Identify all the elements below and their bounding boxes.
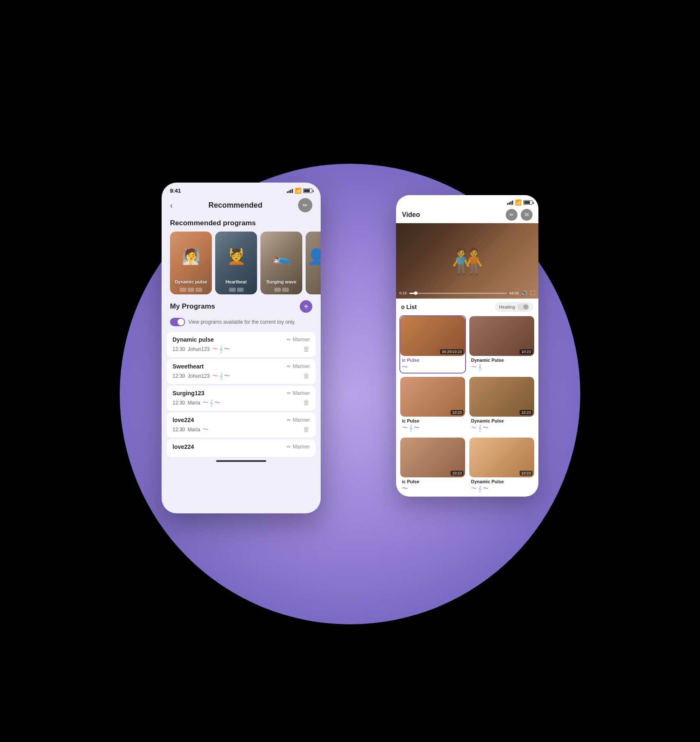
wave-blue-v4: 𝄞 [478,425,481,432]
prog4-details: 12:30 Maria 〜 🗑 [172,426,310,433]
video-title-v6: Dynamic Pulse [471,479,533,484]
prog1-author: Mariner [293,337,310,343]
card-dot-1b: 𝄞 [188,288,194,292]
battery-fill-front [304,189,310,192]
volume-icon[interactable]: 🔊 [521,290,528,296]
rec-card-heartbeat[interactable]: 💆 Heartbeat 〜 𝄞 [215,232,257,294]
prog3-details: 12:30 Maria 〜 𝄞 〜 🗑 [172,399,310,407]
prog2-edit-icon[interactable]: ✏ [287,363,291,369]
prog2-author: Mariner [293,363,310,369]
card-dot-2b: 𝄞 [237,288,244,292]
prog3-edit-icon[interactable]: ✏ [287,390,291,396]
prog2-user: Johun123 [188,373,210,379]
rec-card-partial[interactable]: 👤 [306,232,321,294]
signal-bar-f2 [288,191,290,193]
prog3-delete[interactable]: 🗑 [303,399,310,407]
prog2-meta: ✏ Mariner [287,363,310,369]
wifi-icon-front: 📶 [295,188,301,194]
card-dot-2a: 〜 [229,288,236,292]
prog1-waves: 〜 𝄞 〜 [212,345,230,353]
phone-back: 📶 Video ✏ ✉ 🧑‍🤝‍🧑 0:19 [396,195,538,497]
prog4-meta: ✏ Mariner [287,417,310,423]
signal-bar-4 [512,201,513,205]
video-info-v3: ic Pulse 〜 𝄞 〜 [400,417,465,433]
prog4-edit-icon[interactable]: ✏ [287,417,291,423]
prog2-time: 12:30 [172,373,185,379]
program-filter-toggle[interactable] [170,318,185,326]
prog5-header: love224 ✏ Mariner [172,443,310,450]
back-nav: Video ✏ ✉ [396,207,538,223]
fullscreen-icon[interactable]: ⛶ [530,290,535,296]
card-person-3: 🛌 [260,232,302,282]
video-thumb-v3: 10:23 [400,377,465,417]
wave-purple-v5: 〜 [402,485,408,492]
video-current-time: 0:19 [399,291,407,295]
toggle-label: View programs available for the current … [188,319,296,325]
rec-programs-list: 🧖 Dynamic pulse 〜 𝄞 〜 💆 Heartbeat [162,232,321,294]
video-title-v3: ic Pulse [402,418,463,423]
signal-bars-front [287,189,293,193]
heating-knob [523,304,528,309]
rec-card-dynamic-pulse[interactable]: 🧖 Dynamic pulse 〜 𝄞 〜 [170,232,212,294]
prog1-meta: ✏ Mariner [287,337,310,343]
video-controls: 0:19 44:26 🔊 ⛶ [399,290,535,296]
video-item-v2[interactable]: 10:23 Dynamic Pulse 〜 𝄞 [468,315,535,374]
program-item-5: love224 ✏ Mariner [167,439,316,457]
card-label-3: Surging wave [260,279,302,284]
prog2-details: 12:30 Johun123 〜 𝄞 〜 🗑 [172,372,310,380]
rec-card-surging-wave[interactable]: 🛌 Surging wave 〜 〜 [260,232,302,294]
prog4-author: Mariner [293,417,310,423]
prog2-delete[interactable]: 🗑 [303,372,310,380]
prog3-header: Surging123 ✏ Mariner [172,390,310,397]
progress-thumb [414,291,417,295]
edit-icon-btn[interactable]: ✏ [506,209,517,221]
my-programs-title: My Programs [170,302,215,311]
my-programs-header: My Programs + [162,294,321,316]
video-info-v4: Dynamic Pulse 〜 𝄞 〜 [469,417,534,433]
message-icon-btn[interactable]: ✉ [521,209,533,221]
heating-label: Heating [499,304,515,309]
prog1-edit-icon[interactable]: ✏ [287,337,291,343]
video-item-v4[interactable]: 10:23 Dynamic Pulse 〜 𝄞 〜 [468,376,535,434]
video-info-v6: Dynamic Pulse 〜 𝄞 〜 [469,477,534,494]
add-program-button[interactable]: + [300,300,312,313]
battery-icon-front [303,188,312,193]
prog5-edit-icon[interactable]: ✏ [287,444,291,450]
wave-pink-v6: 〜 [471,485,477,492]
video-item-v5[interactable]: 10:23 ic Pulse 〜 [399,437,466,495]
wave-blue-v6: 𝄞 [478,485,481,492]
phones-wrapper: 📶 Video ✏ ✉ 🧑‍🤝‍🧑 0:19 [162,183,538,559]
wave-pu1: 〜 [224,345,230,353]
video-title-v4: Dynamic Pulse [471,418,533,423]
back-button[interactable]: ‹ [170,201,173,210]
back-phone-title: Video [402,211,420,219]
person-figure-3: 🛌 [272,248,291,265]
video-item-v6[interactable]: 10:23 Dynamic Pulse 〜 𝄞 〜 [468,437,535,495]
heating-toggle[interactable]: Heating [495,302,533,312]
video-thumb-v6: 10:23 [469,438,534,477]
prog5-meta: ✏ Mariner [287,444,310,450]
prog4-delete[interactable]: 🗑 [303,426,310,433]
progress-bar[interactable] [409,293,507,294]
prog5-author: Mariner [293,444,310,450]
video-item-v1[interactable]: 00:25/10:23 ic Pulse 〜 [399,315,466,374]
front-nav-title: Recommended [208,201,262,210]
wave-p4: 〜 [203,426,208,433]
video-item-v3[interactable]: 10:23 ic Pulse 〜 𝄞 〜 [399,376,466,434]
prog3-waves: 〜 𝄞 〜 [203,399,220,407]
signal-bar-f1 [287,191,288,193]
program-item-3: Surging123 ✏ Mariner 12:30 Maria 〜 𝄞 〜 [167,386,316,411]
video-player[interactable]: 🧑‍🤝‍🧑 0:19 44:26 🔊 ⛶ [396,223,538,299]
program-item-4: love224 ✏ Mariner 12:30 Maria 〜 🗑 [167,412,316,438]
video-waves-v3: 〜 𝄞 〜 [402,424,463,432]
prog1-user: Johun123 [188,346,210,352]
program-item-1: Dynamic pulse ✏ Mariner 12:30 Johun123 〜… [167,332,316,357]
pen-icon-btn[interactable]: ✏ [298,198,312,212]
wave-p2: 〜 [212,372,218,380]
prog4-waves: 〜 [203,426,208,433]
prog3-author: Mariner [293,390,310,396]
prog4-header: love224 ✏ Mariner [172,417,310,423]
video-waves-v2: 〜 𝄞 [471,363,533,371]
prog1-delete[interactable]: 🗑 [303,345,310,353]
heating-switch[interactable] [517,304,529,310]
